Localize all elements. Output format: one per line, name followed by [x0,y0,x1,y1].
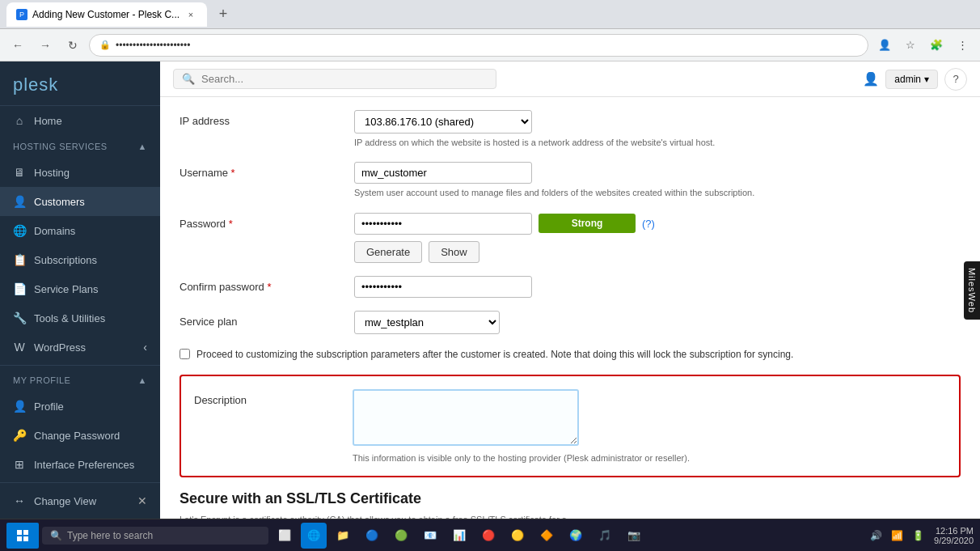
search-box[interactable]: 🔍 [173,69,496,89]
forward-btn[interactable]: → [34,34,57,57]
sidebar-section-hosting-services[interactable]: Hosting Services ▲ [0,135,160,158]
settings-btn[interactable]: ⋮ [951,34,974,57]
sidebar-item-change-view[interactable]: ↔ Change View ✕ [0,486,160,515]
top-bar: 🔍 👤 admin ▾ ? [160,61,980,97]
password-input[interactable] [354,213,532,235]
sidebar-item-subscriptions[interactable]: 📋 Subscriptions [0,245,160,274]
sys-volume-icon[interactable]: 📶 [887,526,906,545]
page-content: IP address 103.86.176.10 (shared) IP add… [160,97,980,519]
main-layout: plesk ⌂ Home Hosting Services ▲ 🖥 Hostin… [0,61,980,519]
help-btn[interactable]: ? [944,68,967,91]
username-control: System user account used to manage files… [354,162,961,199]
address-bar[interactable]: 🔒 •••••••••••••••••••••• [89,34,868,57]
taskbar-app3-icon[interactable]: 🔵 [359,523,385,549]
sidebar-item-change-password-label: Change Password [34,430,120,442]
taskbar-app7-icon[interactable]: 🔴 [475,523,501,549]
sys-network-icon[interactable]: 🔊 [866,526,885,545]
taskbar-app6-icon[interactable]: 📊 [446,523,472,549]
taskbar-task-view[interactable]: ⬜ [272,523,298,549]
profile-btn[interactable]: 👤 [873,34,896,57]
sidebar-section-my-profile[interactable]: My Profile ▲ [0,369,160,392]
ssl-hint: Let's Encrypt is a certificate authority… [180,514,584,519]
extensions-btn[interactable]: 🧩 [925,34,948,57]
taskbar-app11-icon[interactable]: 🎵 [592,523,618,549]
confirm-password-input[interactable] [354,276,532,298]
start-button[interactable] [6,523,39,549]
description-hint: This information is visible only to the … [353,453,946,463]
checkbox-row: Proceed to customizing the subscription … [180,347,961,362]
service-plan-label: Service plan [180,311,341,328]
user-badge[interactable]: admin ▾ [885,70,938,89]
taskbar-app10-icon[interactable]: 🌍 [563,523,589,549]
taskbar-search-box[interactable]: 🔍 Type here to search [42,527,268,545]
taskbar-app9-icon[interactable]: 🔶 [534,523,560,549]
miles-web-strip: MilesWeb [964,261,980,319]
show-btn[interactable]: Show [429,241,479,263]
user-icon[interactable]: 👤 [863,71,879,87]
sidebar-item-hosting[interactable]: 🖥 Hosting [0,158,160,187]
taskbar-search-icon: 🔍 [50,530,62,541]
change-view-close-icon[interactable]: ✕ [137,494,147,507]
reload-btn[interactable]: ↻ [61,34,84,57]
sidebar-item-service-plans[interactable]: 📄 Service Plans [0,274,160,303]
sidebar-item-subscriptions-label: Subscriptions [34,254,97,266]
generate-btn[interactable]: Generate [354,241,422,263]
sidebar-item-customers[interactable]: 👤 Customers [0,187,160,216]
top-bar-actions: 👤 admin ▾ ? [863,68,967,91]
taskbar-app5-icon[interactable]: 📧 [417,523,443,549]
back-btn[interactable]: ← [6,34,29,57]
password-help-btn[interactable]: (?) [642,218,655,230]
search-input[interactable] [201,73,488,85]
taskbar-app-icons: 🌐 📁 🔵 🟢 📧 📊 🔴 🟡 🔶 🌍 🎵 📷 [301,523,647,549]
password-input-row: Strong (?) [354,213,961,235]
username-input[interactable] [354,162,532,184]
taskbar-clock[interactable]: 12:16 PM 9/29/2020 [934,526,974,545]
tab-title: Adding New Customer - Plesk C... [32,9,180,20]
ssl-heading: Secure with an SSL/TLS Certificate [180,490,961,507]
search-icon: 🔍 [182,73,195,85]
sidebar-item-customers-label: Customers [34,196,85,208]
sidebar-item-change-password[interactable]: 🔑 Change Password [0,421,160,450]
interface-prefs-icon: ⊞ [13,458,26,471]
hosting-icon: 🖥 [13,166,26,179]
bookmark-btn[interactable]: ☆ [899,34,922,57]
wordpress-collapse-icon: ‹ [143,341,147,354]
proceed-checkbox[interactable] [180,349,190,359]
taskbar-edge-icon[interactable]: 🌐 [301,523,327,549]
sidebar-divider-1 [0,365,160,366]
sys-battery-icon[interactable]: 🔋 [908,526,927,545]
taskbar-app4-icon[interactable]: 🟢 [388,523,414,549]
sidebar-item-interface-prefs[interactable]: ⊞ Interface Preferences [0,450,160,479]
plesk-logo: plesk [0,61,160,106]
sidebar-item-domains-label: Domains [34,225,75,237]
service-plan-select[interactable]: mw_testplan default unlimited [354,311,500,334]
sidebar-item-tools[interactable]: 🔧 Tools & Utilities [0,303,160,333]
taskbar-app12-icon[interactable]: 📷 [621,523,647,549]
taskbar-app8-icon[interactable]: 🟡 [505,523,530,549]
description-textarea[interactable] [353,389,579,446]
sidebar-item-profile-label: Profile [34,401,64,413]
sidebar-item-domains[interactable]: 🌐 Domains [0,216,160,245]
profile-icon: 👤 [13,400,26,413]
sidebar-item-home[interactable]: ⌂ Home [0,106,160,135]
tools-icon: 🔧 [13,312,26,324]
sidebar-item-hosting-label: Hosting [34,167,70,179]
taskbar-explorer-icon[interactable]: 📁 [330,523,356,549]
sidebar-item-profile[interactable]: 👤 Profile [0,392,160,421]
help-icon: ? [953,73,958,85]
sidebar-item-wordpress[interactable]: W WordPress ‹ [0,333,160,362]
browser-tab[interactable]: P Adding New Customer - Plesk C... × [6,2,207,27]
ip-address-select[interactable]: 103.86.176.10 (shared) [354,110,532,134]
sidebar-item-tools-label: Tools & Utilities [34,312,105,324]
new-tab-btn[interactable]: + [212,3,234,26]
hosting-services-label: Hosting Services [13,142,108,151]
tab-close-btn[interactable]: × [184,8,197,21]
username-label: Username * [180,162,341,179]
password-row: Password * Strong (?) Generate Show [180,213,961,263]
svg-rect-1 [23,530,28,535]
sidebar-item-interface-prefs-label: Interface Preferences [34,459,134,471]
confirm-password-required: * [267,281,271,293]
password-btn-group: Generate Show [354,241,961,263]
my-profile-collapse-icon: ▲ [138,375,147,385]
my-profile-label: My Profile [13,375,70,385]
